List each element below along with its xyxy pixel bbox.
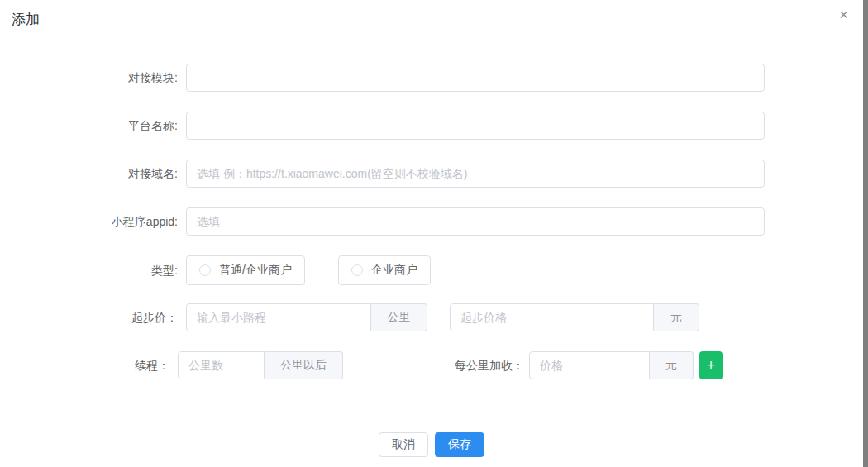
module-label: 对接模块:: [0, 64, 178, 92]
save-button[interactable]: 保存: [435, 432, 484, 457]
form-row-appid: 小程序appid:: [0, 207, 863, 236]
base-price-label: 起步价：: [0, 303, 178, 331]
renew-distance-group: 公里以后: [178, 351, 343, 379]
appid-label: 小程序appid:: [0, 207, 178, 236]
type-label: 类型:: [0, 256, 178, 284]
per-km-price-input[interactable]: [529, 351, 650, 379]
platform-name-input[interactable]: [186, 112, 765, 140]
renew-label: 续程：: [0, 351, 169, 379]
domain-input[interactable]: [186, 160, 765, 188]
platform-name-label: 平台名称:: [0, 112, 178, 140]
after-km-suffix: 公里以后: [265, 351, 343, 379]
page-scrollbar[interactable]: [863, 0, 868, 467]
radio-enterprise-merchant[interactable]: 企业商户: [338, 255, 431, 285]
form-row-base-price: 起步价： 公里 元: [0, 303, 863, 331]
base-price-input[interactable]: [450, 303, 654, 331]
form-row-domain: 对接域名:: [0, 160, 863, 188]
appid-input[interactable]: [186, 207, 765, 236]
radio-normal-merchant-label: 普通/企业商户: [219, 263, 292, 278]
domain-label: 对接域名:: [0, 160, 178, 188]
cancel-button[interactable]: 取消: [379, 432, 428, 457]
per-km-surcharge-label: 每公里加收：: [455, 351, 524, 379]
module-input[interactable]: [186, 64, 765, 92]
radio-circle-icon: [351, 264, 363, 276]
radio-circle-icon: [199, 264, 211, 276]
per-km-price-group: 元: [529, 351, 694, 379]
km-unit-suffix: 公里: [371, 303, 427, 331]
form-row-type: 类型: 普通/企业商户 企业商户: [0, 255, 863, 285]
yuan-unit-suffix: 元: [654, 303, 699, 331]
add-form: 对接模块: 平台名称: 对接域名: 小程序appid: 类型: 普通/企业商户: [0, 64, 863, 457]
close-icon[interactable]: ×: [839, 7, 848, 22]
form-row-platform-name: 平台名称:: [0, 112, 863, 140]
add-tier-button[interactable]: +: [699, 351, 723, 379]
dialog-title: 添加: [12, 10, 40, 29]
plus-icon: +: [707, 357, 716, 374]
renew-km-input[interactable]: [178, 351, 265, 379]
form-row-renew: 续程： 公里以后 每公里加收： 元 +: [0, 351, 863, 379]
min-distance-group: 公里: [186, 303, 427, 331]
base-price-group: 元: [450, 303, 699, 331]
yuan-unit-suffix: 元: [650, 351, 694, 379]
dialog-footer: 取消 保存: [0, 432, 863, 457]
min-distance-input[interactable]: [186, 303, 371, 331]
form-row-module: 对接模块:: [0, 64, 863, 92]
radio-normal-merchant[interactable]: 普通/企业商户: [186, 255, 305, 285]
radio-enterprise-merchant-label: 企业商户: [371, 263, 417, 278]
